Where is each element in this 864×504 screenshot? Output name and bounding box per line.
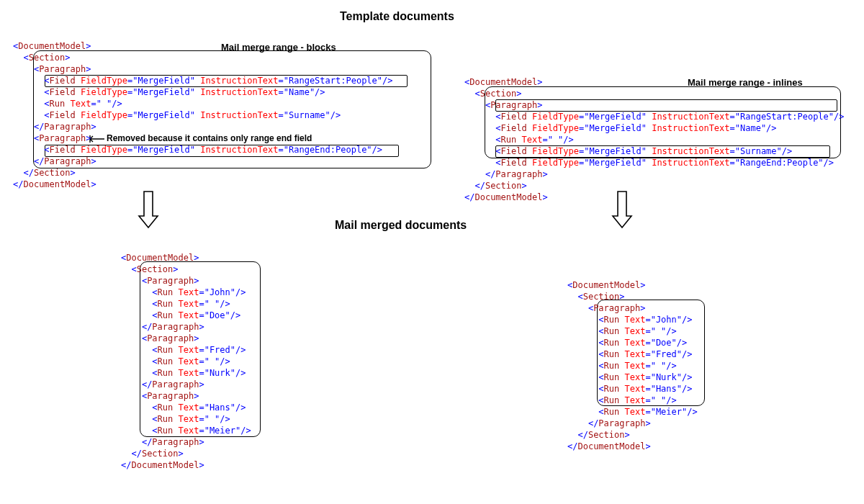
arrow-down-icon xyxy=(137,190,160,229)
code-template-blocks: <DocumentModel> <Section> <Paragraph> <F… xyxy=(13,29,393,190)
code-merged-blocks: <DocumentModel> <Section> <Paragraph> <R… xyxy=(121,240,251,471)
title-merged-documents: Mail merged documents xyxy=(335,219,467,232)
code-merged-inlines: <DocumentModel> <Section> <Paragraph> <R… xyxy=(567,268,698,452)
title-template-documents: Template documents xyxy=(340,10,454,23)
arrow-down-icon xyxy=(611,190,634,229)
code-template-inlines: <DocumentModel> <Section> <Paragraph> <F… xyxy=(464,65,845,203)
